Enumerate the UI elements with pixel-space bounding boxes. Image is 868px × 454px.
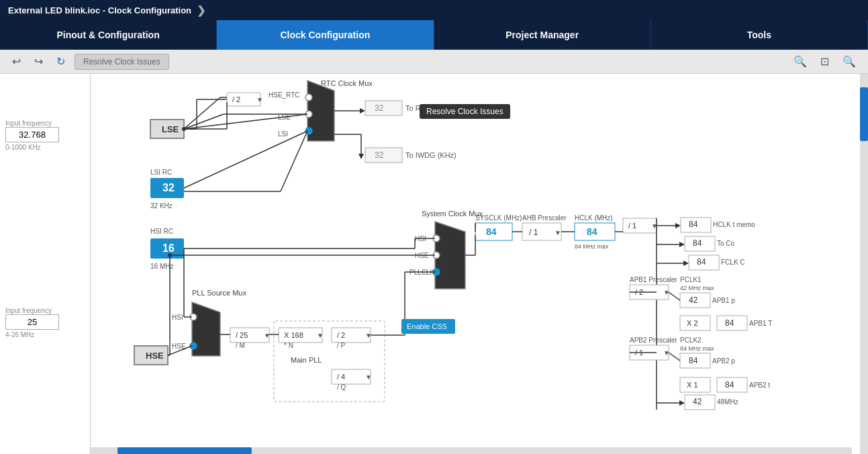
svg-text:/ 1: / 1	[628, 222, 636, 230]
svg-line-111	[669, 353, 680, 361]
nav-tabs: Pinout & Configuration Clock Configurati…	[0, 20, 868, 50]
svg-text:APB1 T: APB1 T	[749, 320, 772, 327]
svg-text:* N: * N	[284, 342, 293, 349]
resolve-tooltip: Resolve Clock Issues	[420, 104, 510, 119]
svg-text:SYSCLK (MHz): SYSCLK (MHz)	[475, 214, 522, 222]
left-panel: Input frequency 0-1000 KHz Input frequen…	[0, 74, 91, 454]
svg-text:AHB Prescaler: AHB Prescaler	[522, 214, 567, 222]
svg-text:32: 32	[375, 150, 384, 160]
scrollbar-thumb[interactable]	[860, 87, 868, 141]
svg-text:32: 32	[375, 103, 384, 113]
svg-text:/ 25: / 25	[236, 331, 248, 339]
svg-text:/ 2: / 2	[232, 95, 240, 103]
svg-text:84 MHz max: 84 MHz max	[680, 345, 714, 352]
freq-label-2: Input frequency	[5, 307, 85, 314]
svg-text:84: 84	[693, 238, 702, 248]
svg-text:32: 32	[162, 182, 175, 193]
svg-line-166	[184, 97, 220, 129]
main-content: Input frequency 0-1000 KHz Input frequen…	[0, 74, 868, 454]
svg-text:X 1: X 1	[687, 381, 698, 389]
resolve-clock-button[interactable]: Resolve Clock Issues	[75, 54, 169, 70]
svg-text:84: 84	[486, 226, 497, 237]
svg-text:APB1 Prescaler: APB1 Prescaler	[630, 276, 677, 283]
svg-text:Main PLL: Main PLL	[291, 356, 322, 364]
tab-tools[interactable]: Tools	[651, 20, 868, 50]
svg-text:/ 4: / 4	[337, 373, 345, 381]
svg-text:32 KHz: 32 KHz	[150, 202, 173, 210]
svg-marker-75	[679, 242, 685, 247]
svg-line-95	[669, 292, 680, 300]
freq-range-2: 4-26 MHz	[5, 331, 85, 338]
svg-text:48MHz: 48MHz	[717, 398, 738, 406]
fit-button[interactable]: ⊡	[816, 52, 833, 71]
svg-text:System Clock Mux: System Clock Mux	[422, 210, 483, 218]
svg-text:HSI RC: HSI RC	[150, 228, 173, 235]
svg-text:84: 84	[587, 226, 597, 237]
svg-text:42: 42	[693, 397, 702, 406]
svg-marker-70	[675, 223, 681, 228]
svg-text:HCLK t memo: HCLK t memo	[713, 221, 755, 228]
title-arrow: ❯	[197, 4, 205, 17]
svg-text:▼: ▼	[317, 332, 324, 339]
svg-text:LSE: LSE	[162, 124, 179, 134]
zoom-out-button[interactable]: 🔍	[838, 52, 860, 71]
redo-button[interactable]: ↪	[30, 52, 47, 71]
svg-text:16: 16	[162, 242, 175, 254]
svg-marker-80	[683, 261, 689, 266]
zoom-in-button[interactable]: 🔍	[789, 52, 811, 71]
svg-text:HSE: HSE	[146, 351, 164, 361]
svg-text:/ M: / M	[236, 342, 245, 349]
svg-text:84: 84	[725, 380, 734, 390]
svg-text:HCLK (MHz): HCLK (MHz)	[575, 214, 613, 222]
svg-text:HSE_RTC: HSE_RTC	[269, 91, 300, 99]
tab-clock[interactable]: Clock Configuration	[217, 20, 434, 50]
svg-text:Enable CSS: Enable CSS	[407, 322, 447, 330]
toolbar: ↩ ↪ ↻ Resolve Clock Issues 🔍 ⊡ 🔍	[0, 50, 868, 74]
svg-text:To IWDG (KHz): To IWDG (KHz)	[405, 151, 456, 159]
bottom-scrollbar[interactable]	[91, 447, 852, 454]
diagram-area: Resolve Clock Issues RTC Clock Mux / 2 ▼…	[91, 74, 860, 454]
freq-range-1: 0-1000 KHz	[5, 144, 85, 151]
svg-text:X 168: X 168	[284, 331, 303, 339]
svg-text:42: 42	[689, 296, 698, 305]
rtc-mux-label: RTC Clock Mux	[321, 79, 373, 87]
freq-input-2[interactable]	[5, 314, 59, 330]
svg-text:▼: ▼	[256, 96, 263, 103]
svg-text:APB2 t: APB2 t	[749, 381, 770, 389]
svg-rect-15	[365, 148, 402, 163]
title-bar: External LED blink.ioc - Clock Configura…	[0, 0, 868, 20]
svg-text:84: 84	[725, 318, 734, 328]
svg-text:APB1 p: APB1 p	[712, 297, 735, 304]
svg-text:HSI: HSI	[172, 314, 183, 321]
svg-text:LSI RC: LSI RC	[150, 169, 172, 176]
freq-input-1[interactable]	[5, 127, 59, 142]
app-title: External LED blink.ioc - Clock Configura…	[8, 5, 191, 15]
svg-text:▼: ▼	[264, 332, 271, 339]
svg-marker-20	[358, 154, 364, 159]
svg-rect-12	[365, 101, 402, 116]
svg-text:PLL Source Mux: PLL Source Mux	[192, 289, 246, 297]
svg-text:To Co: To Co	[717, 240, 735, 247]
svg-text:/ Q: / Q	[337, 383, 346, 391]
svg-text:84: 84	[697, 257, 706, 267]
svg-text:/ 1: / 1	[529, 228, 538, 237]
right-scrollbar[interactable]	[860, 74, 868, 454]
svg-point-5	[305, 94, 312, 101]
svg-text:APB2 Prescaler: APB2 Prescaler	[630, 336, 677, 344]
tab-pinout[interactable]: Pinout & Configuration	[0, 20, 217, 50]
svg-text:/ P: / P	[337, 342, 346, 349]
clock-diagram: RTC Clock Mux / 2 ▼ HSE_RTC LSE LSI 32 T	[91, 74, 860, 454]
refresh-button[interactable]: ↻	[52, 52, 69, 71]
svg-text:X 2: X 2	[687, 319, 698, 327]
freq-label-1: Input frequency	[5, 120, 85, 127]
scroll-thumb[interactable]	[117, 447, 252, 454]
tab-project[interactable]: Project Manager	[434, 20, 651, 50]
svg-text:PCLK2: PCLK2	[680, 336, 702, 344]
svg-text:APB2 p: APB2 p	[712, 357, 735, 365]
undo-button[interactable]: ↩	[8, 52, 25, 71]
svg-text:FCLK C: FCLK C	[721, 259, 745, 266]
svg-line-169	[184, 131, 307, 188]
svg-text:PCLK1: PCLK1	[680, 276, 702, 283]
svg-text:84: 84	[689, 220, 698, 229]
svg-marker-11	[360, 108, 365, 114]
